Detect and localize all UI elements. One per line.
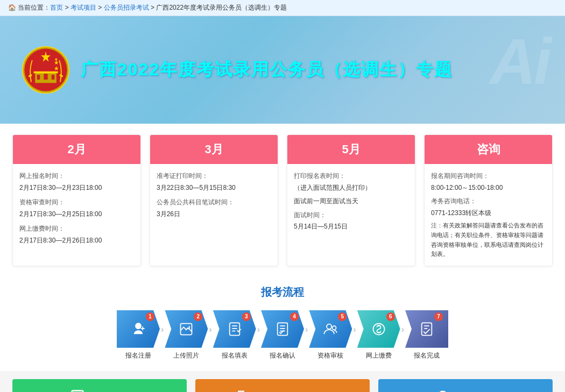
step-4-label: 报名确认 (270, 351, 295, 360)
card-consult-header: 咨询 (425, 135, 552, 164)
step-6-label: 网上缴费 (366, 351, 392, 360)
step-3-label: 报名填表 (222, 351, 248, 360)
card-may-item-1: 打印报名表时间： （进入面试范围人员打印） (294, 170, 408, 194)
breadcrumb-civil-exam[interactable]: 公务员招录考试 (104, 4, 149, 11)
step-2-label: 上传照片 (173, 351, 199, 360)
banner: Ai 广西2022年度考试录用公务员（选调生）专题 (0, 16, 565, 124)
card-february-item-2: 资格审查时间： 2月17日8:30—2月25日18:00 (19, 197, 134, 220)
step-3-num: 3 (242, 312, 251, 321)
process-steps: 1 报名注册 › 2 上传照片 › 3 报名填表 › 4 (11, 310, 554, 360)
card-consult-item-3: 注：有关政策解答问题请查看公告发布的咨询电话；有关职位条件、资格审核等问题请咨询… (431, 221, 546, 259)
step-2-icon: 2 (165, 310, 208, 348)
card-consult-body: 报名期间咨询时间： 8:00-12:00～15:00-18:00 考务咨询电话：… (425, 164, 552, 266)
bottom-buttons: 报名入口 报名表准考证打印 成绩查询 (0, 371, 565, 392)
step-2-num: 2 (194, 312, 202, 321)
card-march: 3月 准考证打印时间： 3月22日8:30—5月15日8:30 公务员公共科目笔… (150, 134, 278, 266)
step-5-icon: 5 (309, 310, 352, 348)
card-february-body: 网上报名时间： 2月17日8:30—2月23日18:00 资格审查时间： 2月1… (13, 164, 140, 253)
svg-point-18 (333, 326, 336, 330)
card-may-header: 5月 (287, 135, 415, 164)
breadcrumb-topic: 广西2022年度考试录用公务员（选调生）专题 (156, 4, 287, 11)
step-2: 2 上传照片 (165, 310, 208, 360)
step-6-num: 6 (386, 312, 395, 321)
print-button[interactable]: 报名表准考证打印 (195, 379, 370, 392)
step-6: 6 网上缴费 (357, 310, 400, 360)
step-arrow-4: › (305, 325, 308, 334)
step-4: 4 报名确认 (261, 310, 304, 360)
score-button[interactable]: 成绩查询 (378, 379, 553, 392)
process-section: 报考流程 1 报名注册 › 2 上传照片 › 3 报名填表 › (0, 277, 565, 371)
process-title: 报考流程 (11, 285, 554, 300)
svg-rect-10 (52, 75, 54, 80)
step-arrow-6: › (401, 325, 404, 334)
card-consult-item-1: 报名期间咨询时间： 8:00-12:00～15:00-18:00 (431, 170, 546, 194)
step-7-num: 7 (434, 312, 443, 321)
step-3: 3 报名填表 (213, 310, 256, 360)
score-icon (436, 389, 451, 392)
card-february: 2月 网上报名时间： 2月17日8:30—2月23日18:00 资格审查时间： … (12, 134, 141, 266)
step-1-label: 报名注册 (125, 351, 151, 360)
step-1-icon: 1 (117, 310, 160, 348)
breadcrumb-exam-projects[interactable]: 考试项目 (70, 4, 96, 11)
svg-rect-9 (44, 74, 47, 80)
card-may: 5月 打印报名表时间： （进入面试范围人员打印） 面试前一周至面试当天 面试时间… (287, 134, 415, 266)
step-3-icon: 3 (213, 310, 256, 348)
step-4-icon: 4 (261, 310, 304, 348)
step-7-label: 报名完成 (414, 351, 440, 360)
step-arrow-1: › (161, 325, 164, 334)
card-february-item-1: 网上报名时间： 2月17日8:30—2月23日18:00 (19, 170, 134, 194)
svg-point-17 (327, 324, 331, 329)
card-february-header: 2月 (13, 135, 140, 164)
step-5: 5 资格审核 (309, 310, 352, 360)
national-emblem (22, 46, 70, 94)
card-may-body: 打印报名表时间： （进入面试范围人员打印） 面试前一周至面试当天 面试时间： 5… (287, 164, 415, 239)
step-arrow-5: › (353, 325, 356, 334)
card-march-body: 准考证打印时间： 3月22日8:30—5月15日8:30 公务员公共科目笔试时间… (150, 164, 278, 229)
breadcrumb: 🏠 当前位置：首页 > 考试项目 > 公务员招录考试 > 广西2022年度考试录… (0, 0, 565, 16)
svg-rect-20 (422, 323, 432, 335)
card-march-item-2: 公务员公共科目笔试时间： 3月26日 (157, 197, 271, 220)
step-5-num: 5 (338, 312, 347, 321)
card-march-item-1: 准考证打印时间： 3月22日8:30—5月15日8:30 (157, 170, 271, 194)
card-consult-item-2: 考务咨询电话： 0771-12333转区本级 (431, 196, 546, 219)
breadcrumb-home[interactable]: 首页 (50, 4, 63, 11)
step-1-num: 1 (146, 312, 154, 321)
step-1: 1 报名注册 (117, 310, 160, 360)
svg-rect-11 (34, 72, 58, 74)
step-4-num: 4 (290, 312, 299, 321)
step-6-icon: 6 (357, 310, 400, 348)
step-5-label: 资格审核 (317, 351, 343, 360)
card-may-item-3: 面试时间： 5月14日—5月15日 (294, 210, 408, 233)
card-march-header: 3月 (150, 135, 278, 164)
register-icon (70, 389, 85, 392)
banner-title: 广西2022年度考试录用公务员（选调生）专题 (81, 58, 453, 82)
svg-rect-15 (229, 323, 239, 335)
print-icon (234, 389, 249, 392)
step-7-icon: 7 (405, 310, 448, 348)
step-arrow-3: › (257, 325, 260, 334)
card-consult: 咨询 报名期间咨询时间： 8:00-12:00～15:00-18:00 考务咨询… (424, 134, 553, 266)
step-7: 7 报名完成 (405, 310, 448, 360)
svg-rect-16 (278, 323, 288, 335)
svg-rect-8 (37, 75, 40, 80)
step-arrow-2: › (209, 325, 211, 334)
register-button[interactable]: 报名入口 (12, 379, 187, 392)
cards-section: 2月 网上报名时间： 2月17日8:30—2月23日18:00 资格审查时间： … (0, 124, 565, 277)
breadcrumb-text: 当前位置：首页 > 考试项目 > 公务员招录考试 > 广西2022年度考试录用公… (18, 4, 287, 11)
home-icon: 🏠 (8, 4, 16, 11)
card-february-item-3: 网上缴费时间： 2月17日8:30—2月26日18:00 (19, 223, 134, 246)
card-may-item-2: 面试前一周至面试当天 (294, 196, 408, 208)
banner-bg-decoration: Ai (490, 24, 549, 98)
